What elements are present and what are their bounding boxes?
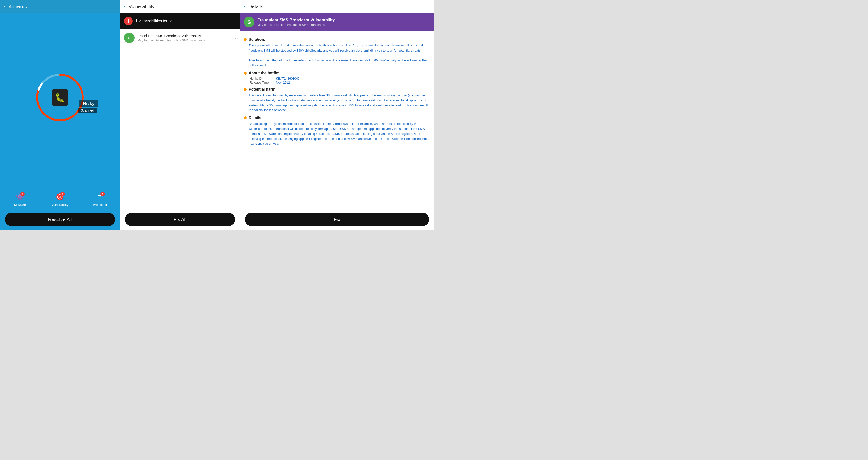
bottom-nav: 👾 0 Malware 🎯 1 Vulnerability ☂ ! Protec… [0, 189, 120, 210]
details-dot [244, 117, 247, 119]
vulnerability-header: ‹ Vulnerability [120, 0, 240, 13]
bug-icon: 🐛 [55, 93, 65, 103]
hotfix-table: Hotfix ID: KBA7243601040 Release Time: N… [250, 77, 430, 84]
hotfix-id-row: Hotfix ID: KBA7243601040 [250, 77, 430, 80]
protection-badge: ! [100, 192, 105, 196]
alert-text: 1 vulnerabilities found. [135, 19, 174, 23]
protection-label: Protection [93, 203, 107, 206]
antivirus-header: ‹ Antivirus [0, 0, 120, 13]
details-back-button[interactable]: ‹ [244, 4, 246, 10]
risky-label: Risky [79, 100, 98, 107]
antivirus-main: 🐛 Risky Scanned [0, 13, 120, 189]
potential-harm-title: Potential harm: [249, 87, 276, 92]
hotfix-release-row: Release Time: Nov. 2012 [250, 81, 430, 84]
solution-section-header: Solution: [244, 37, 430, 42]
nav-protection[interactable]: ☂ ! Protection [90, 191, 110, 206]
malware-icon-wrap: 👾 0 [14, 191, 25, 202]
vuln-item-icon: S [124, 33, 134, 43]
vuln-item-subtitle: May be used to send fraudulent SMS broad… [137, 39, 234, 42]
nav-vulnerability[interactable]: 🎯 1 Vulnerability [50, 191, 69, 206]
vulnerability-back-button[interactable]: ‹ [124, 4, 126, 10]
fix-all-button[interactable]: Fix All [125, 213, 235, 226]
potential-harm-body: This defect could be used by malwares to… [249, 93, 430, 113]
details-content: Solution: The system will be monitored i… [240, 31, 434, 210]
details-title: Details [248, 4, 263, 9]
solution-body: The system will be monitored in real-tim… [249, 43, 430, 68]
details-section-title: Details: [249, 116, 262, 120]
fix-button[interactable]: Fix [245, 213, 429, 226]
vuln-item-text: Fraudulent SMS Broadcast Vulnerability M… [137, 34, 234, 42]
malware-label: Malware [14, 203, 26, 206]
hotfix-release-label: Release Time: [250, 81, 276, 84]
alert-icon: ! [124, 17, 133, 25]
antivirus-back-button[interactable]: ‹ [4, 4, 5, 10]
antivirus-title: Antivirus [8, 4, 27, 9]
vulnerability-badge: 1 [60, 192, 65, 196]
bug-icon-container: 🐛 [52, 89, 68, 106]
vuln-item-title: Fraudulent SMS Broadcast Vulnerability [137, 34, 234, 38]
alert-exclamation: ! [128, 19, 129, 24]
hotfix-section-header: About the hotfix: [244, 71, 430, 75]
details-panel: ‹ Details S Fraudulent SMS Broadcast Vul… [240, 0, 434, 230]
details-section-header: Details: [244, 116, 430, 120]
potential-harm-section-header: Potential harm: [244, 87, 430, 92]
antivirus-panel: ‹ Antivirus 🐛 Risky Scanned 👾 0 [0, 0, 120, 230]
potential-harm-dot [244, 88, 247, 91]
vulnerability-alert-bar: ! 1 vulnerabilities found. [120, 13, 240, 29]
solution-title: Solution: [249, 37, 265, 42]
details-header-text: Fraudulent SMS Broadcast Vulnerability M… [257, 18, 335, 27]
vuln-chevron-right-icon: › [234, 35, 236, 41]
vulnerability-label: Vulnerability [52, 203, 68, 206]
scan-circle: 🐛 Risky Scanned [34, 71, 86, 124]
resolve-all-button[interactable]: Resolve All [5, 213, 115, 226]
details-info-header: S Fraudulent SMS Broadcast Vulnerability… [240, 13, 434, 31]
hotfix-id-label: Hotfix ID: [250, 77, 276, 80]
svg-text:S: S [128, 36, 130, 40]
details-header-subtitle: May be used to send fraudulent SMS broad… [257, 23, 335, 27]
vulnerability-icon-wrap: 🎯 1 [55, 191, 65, 202]
nav-malware[interactable]: 👾 0 Malware [10, 191, 30, 206]
details-header-title: Fraudulent SMS Broadcast Vulnerability [257, 18, 335, 23]
hotfix-dot [244, 72, 247, 74]
hotfix-release-value: Nov. 2012 [276, 81, 290, 84]
hotfix-title: About the hotfix: [249, 71, 279, 75]
details-section-body: Broadcasting is a typical method of data… [249, 122, 430, 146]
scanned-label: Scanned [78, 108, 97, 113]
solution-dot [244, 38, 247, 41]
protection-icon-wrap: ☂ ! [95, 191, 105, 202]
details-header-icon: S [244, 17, 254, 27]
svg-text:S: S [247, 19, 251, 25]
vulnerability-list-item[interactable]: S Fraudulent SMS Broadcast Vulnerability… [120, 29, 240, 47]
hotfix-id-value: KBA7243601040 [276, 77, 300, 80]
vulnerability-panel: ‹ Vulnerability ! 1 vulnerabilities foun… [120, 0, 240, 230]
vulnerability-title: Vulnerability [128, 4, 154, 9]
details-header-bar: ‹ Details [240, 0, 434, 13]
